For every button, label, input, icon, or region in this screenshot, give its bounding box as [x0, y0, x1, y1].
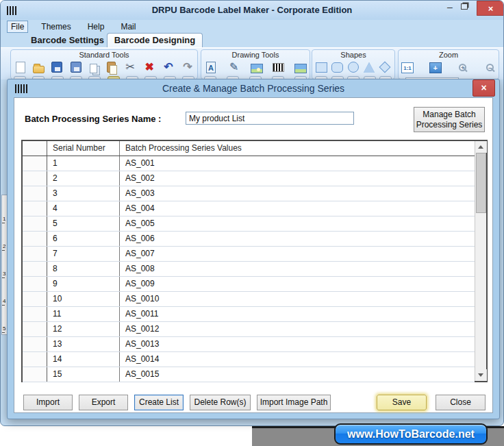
series-value-cell[interactable]: AS_002	[120, 171, 475, 186]
create-list-button[interactable]: Create List	[134, 395, 184, 410]
cut-icon[interactable]: ✂	[123, 60, 137, 74]
dialog-close-icon[interactable]: ×	[473, 79, 495, 97]
serial-number-cell[interactable]: 6	[47, 232, 120, 246]
rounded-rectangle-icon[interactable]	[331, 62, 343, 73]
open-icon[interactable]	[33, 66, 45, 73]
export-button[interactable]: Export	[79, 395, 128, 410]
actual-size-icon[interactable]: 1:1	[401, 62, 414, 73]
save-icon[interactable]	[51, 62, 62, 73]
table-row[interactable]: 9AS_009	[23, 277, 475, 292]
series-value-cell[interactable]: AS_005	[120, 216, 475, 231]
diamond-icon[interactable]	[379, 62, 391, 73]
series-value-cell[interactable]: AS_009	[120, 277, 475, 291]
series-value-cell[interactable]: AS_0015	[120, 367, 475, 382]
zoom-out-icon[interactable]: –	[486, 64, 494, 71]
serial-number-cell[interactable]: 11	[47, 307, 120, 321]
row-selector-cell[interactable]	[23, 216, 47, 231]
ellipse-icon[interactable]	[348, 62, 359, 73]
table-row[interactable]: 4AS_004	[23, 201, 475, 216]
serial-number-cell[interactable]: 12	[47, 322, 120, 336]
table-row[interactable]: 11AS_0011	[23, 307, 475, 322]
row-selector-cell[interactable]	[23, 277, 47, 291]
row-selector-cell[interactable]	[23, 171, 47, 186]
series-value-cell[interactable]: AS_007	[120, 247, 475, 261]
image-icon[interactable]	[251, 64, 263, 73]
save-as-icon[interactable]	[71, 62, 81, 73]
serial-number-cell[interactable]: 1	[47, 156, 120, 171]
row-selector-cell[interactable]	[23, 232, 47, 246]
serial-number-cell[interactable]: 14	[47, 352, 120, 367]
row-selector-cell[interactable]	[23, 262, 47, 276]
serial-number-cell[interactable]: 13	[47, 337, 120, 351]
row-selector-cell[interactable]	[23, 292, 47, 306]
series-value-cell[interactable]: AS_008	[120, 262, 475, 276]
scroll-down-icon[interactable]	[475, 369, 487, 381]
serial-number-cell[interactable]: 9	[47, 277, 120, 291]
close-icon[interactable]: ×	[477, 1, 504, 16]
series-value-cell[interactable]: AS_0010	[120, 292, 475, 306]
table-row[interactable]: 13AS_0013	[23, 337, 475, 352]
row-selector-cell[interactable]	[23, 337, 47, 351]
row-selector-cell[interactable]	[23, 156, 47, 171]
scroll-up-icon[interactable]	[475, 141, 487, 153]
table-row[interactable]: 6AS_006	[23, 232, 475, 247]
save-button[interactable]: Save	[377, 395, 427, 410]
series-value-cell[interactable]: AS_004	[120, 201, 475, 216]
table-scrollbar[interactable]	[475, 141, 486, 381]
series-value-cell[interactable]: AS_0011	[120, 307, 475, 321]
table-row[interactable]: 3AS_003	[23, 186, 475, 201]
import-image-path-button[interactable]: Import Image Path	[257, 395, 331, 410]
table-row[interactable]: 2AS_002	[23, 171, 475, 186]
serial-number-cell[interactable]: 10	[47, 292, 120, 306]
table-row[interactable]: 12AS_0012	[23, 322, 475, 337]
table-row[interactable]: 5AS_005	[23, 216, 475, 232]
row-selector-cell[interactable]	[23, 307, 47, 321]
paste-icon[interactable]	[107, 62, 116, 73]
delete-rows-button[interactable]: Delete Row(s)	[190, 395, 251, 410]
undo-icon[interactable]: ↶	[162, 60, 175, 74]
redo-icon[interactable]: ↷	[181, 60, 194, 74]
table-row[interactable]: 10AS_0010	[23, 292, 475, 307]
table-row[interactable]: 15AS_0015	[23, 367, 475, 382]
series-value-cell[interactable]: AS_0012	[120, 322, 475, 336]
pencil-icon[interactable]: ✎	[227, 60, 241, 74]
row-selector-cell[interactable]	[23, 247, 47, 261]
rectangle-icon[interactable]	[316, 62, 327, 73]
menu-file[interactable]: File	[7, 21, 28, 33]
serial-number-cell[interactable]: 15	[47, 367, 120, 382]
close-button[interactable]: Close	[436, 395, 486, 410]
series-value-cell[interactable]: AS_001	[120, 156, 475, 171]
manage-batch-button[interactable]: Manage Batch Processing Series	[414, 107, 485, 132]
table-row[interactable]: 14AS_0014	[23, 352, 475, 367]
series-value-cell[interactable]: AS_006	[120, 232, 475, 246]
serial-number-cell[interactable]: 5	[47, 216, 120, 231]
howtobarcode-badge[interactable]: www.HowToBarcode.net	[334, 423, 488, 445]
delete-icon[interactable]: ✖	[142, 60, 156, 74]
copy-icon[interactable]	[90, 64, 97, 73]
serial-number-cell[interactable]: 8	[47, 262, 120, 276]
series-value-cell[interactable]: AS_003	[120, 186, 475, 201]
serial-number-cell[interactable]: 7	[47, 247, 120, 261]
maximize-icon[interactable]	[461, 3, 468, 10]
text-icon[interactable]: A	[206, 62, 216, 73]
serial-number-cell[interactable]: 3	[47, 186, 120, 201]
serial-number-cell[interactable]: 2	[47, 171, 120, 186]
series-value-cell[interactable]: AS_0014	[120, 352, 475, 367]
barcode-icon[interactable]	[273, 63, 284, 72]
menu-mail[interactable]: Mail	[117, 21, 139, 32]
series-value-cell[interactable]: AS_0013	[120, 337, 475, 351]
row-selector-cell[interactable]	[23, 352, 47, 367]
tab-barcode-designing-view[interactable]: Barcode Designing View	[107, 33, 203, 47]
menu-help[interactable]: Help	[84, 21, 108, 32]
import-button[interactable]: Import	[23, 395, 73, 410]
table-row[interactable]: 8AS_008	[23, 262, 475, 277]
row-selector-cell[interactable]	[23, 322, 47, 336]
serial-number-cell[interactable]: 4	[47, 201, 120, 216]
zoom-in-icon[interactable]: +	[459, 64, 466, 71]
table-row[interactable]: 7AS_007	[23, 247, 475, 262]
table-row[interactable]: 1AS_001	[23, 156, 475, 171]
row-selector-cell[interactable]	[23, 201, 47, 216]
fit-page-icon[interactable]: +	[429, 62, 442, 73]
menu-themes[interactable]: Themes	[38, 21, 74, 32]
scrollbar-thumb[interactable]	[476, 153, 486, 213]
